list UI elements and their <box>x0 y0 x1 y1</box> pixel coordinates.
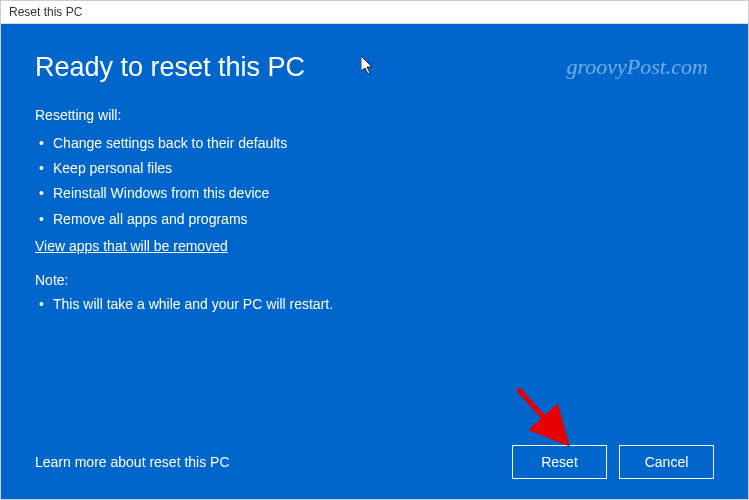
dialog-footer: Learn more about reset this PC Reset Can… <box>35 445 714 479</box>
list-item: Remove all apps and programs <box>35 207 714 232</box>
reset-pc-window: Reset this PC groovyPost.com Ready to re… <box>0 0 749 500</box>
learn-more-link[interactable]: Learn more about reset this PC <box>35 454 230 470</box>
view-apps-link[interactable]: View apps that will be removed <box>35 238 714 254</box>
window-title: Reset this PC <box>9 5 82 19</box>
list-item: Reinstall Windows from this device <box>35 181 714 206</box>
button-group: Reset Cancel <box>512 445 714 479</box>
list-item: Change settings back to their defaults <box>35 131 714 156</box>
note-label: Note: <box>35 272 714 288</box>
window-titlebar: Reset this PC <box>1 1 748 24</box>
resetting-list: Change settings back to their defaults K… <box>35 131 714 232</box>
cancel-button[interactable]: Cancel <box>619 445 714 479</box>
list-item: Keep personal files <box>35 156 714 181</box>
dialog-content: groovyPost.com Ready to reset this PC Re… <box>1 24 748 499</box>
reset-button[interactable]: Reset <box>512 445 607 479</box>
resetting-label: Resetting will: <box>35 107 714 123</box>
dialog-heading: Ready to reset this PC <box>35 52 714 83</box>
list-item: This will take a while and your PC will … <box>35 292 714 317</box>
note-list: This will take a while and your PC will … <box>35 292 714 317</box>
svg-line-1 <box>518 389 563 439</box>
